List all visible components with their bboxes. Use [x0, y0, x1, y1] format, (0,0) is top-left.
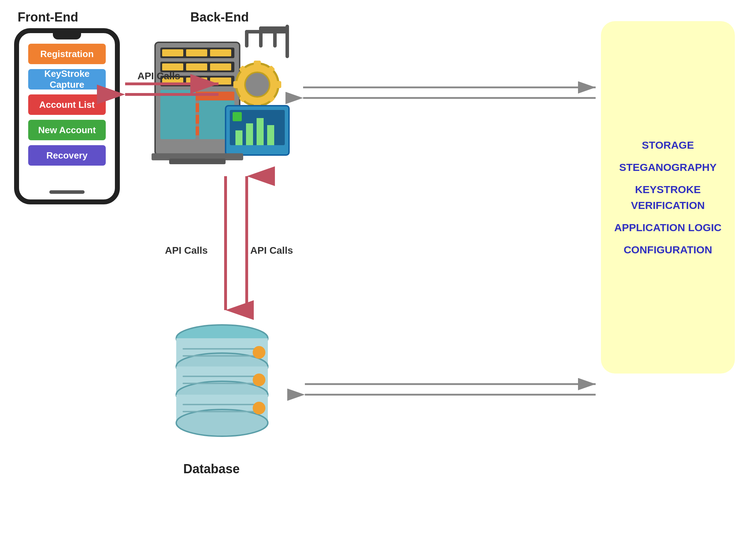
frontend-label: Front-End [18, 10, 78, 25]
svg-rect-31 [235, 130, 242, 145]
phone-home-button [49, 190, 85, 194]
svg-rect-3 [186, 49, 207, 56]
database-illustration [155, 310, 296, 460]
phone: Registration KeyStroke Capture Account L… [14, 28, 120, 204]
svg-rect-34 [267, 125, 274, 145]
config-configuration: CONFIGURATION [623, 242, 712, 258]
config-steganography: STEGANOGRAPHY [619, 159, 717, 175]
registration-button[interactable]: Registration [28, 44, 106, 64]
svg-rect-33 [257, 118, 264, 145]
diagram-container: Front-End Back-End Registration KeyStrok… [0, 0, 756, 555]
svg-rect-10 [162, 78, 183, 85]
svg-rect-32 [246, 123, 253, 145]
config-app-logic: APPLICATION LOGIC [614, 220, 721, 235]
config-storage: STORAGE [642, 137, 694, 153]
account-list-button[interactable]: Account List [28, 94, 106, 115]
svg-rect-35 [233, 112, 242, 121]
svg-text:API Calls: API Calls [165, 245, 208, 256]
config-box: STORAGE STEGANOGRAPHY KEYSTROKE VERIFICA… [601, 21, 735, 374]
svg-rect-43 [169, 159, 226, 164]
svg-rect-24 [273, 81, 281, 88]
svg-point-54 [253, 374, 265, 386]
svg-rect-2 [162, 49, 183, 56]
svg-rect-8 [210, 63, 231, 70]
recovery-button[interactable]: Recovery [28, 145, 106, 166]
svg-point-20 [245, 72, 270, 97]
svg-rect-7 [186, 63, 207, 70]
server-illustration [148, 21, 296, 178]
svg-rect-6 [162, 63, 183, 70]
svg-point-59 [253, 402, 265, 414]
svg-point-49 [253, 346, 265, 359]
svg-point-56 [176, 409, 268, 436]
svg-rect-4 [210, 49, 231, 56]
svg-rect-17 [160, 90, 196, 139]
svg-rect-11 [186, 78, 207, 85]
keystroke-button[interactable]: KeyStroke Capture [28, 69, 106, 90]
svg-rect-23 [233, 81, 241, 88]
database-label: Database [183, 462, 240, 476]
svg-text:API Calls: API Calls [250, 245, 293, 256]
config-keystroke: KEYSTROKE VERIFICATION [601, 181, 735, 213]
new-account-button[interactable]: New Account [28, 120, 106, 140]
svg-rect-12 [210, 78, 231, 85]
phone-notch [53, 32, 81, 39]
svg-rect-21 [254, 61, 261, 68]
